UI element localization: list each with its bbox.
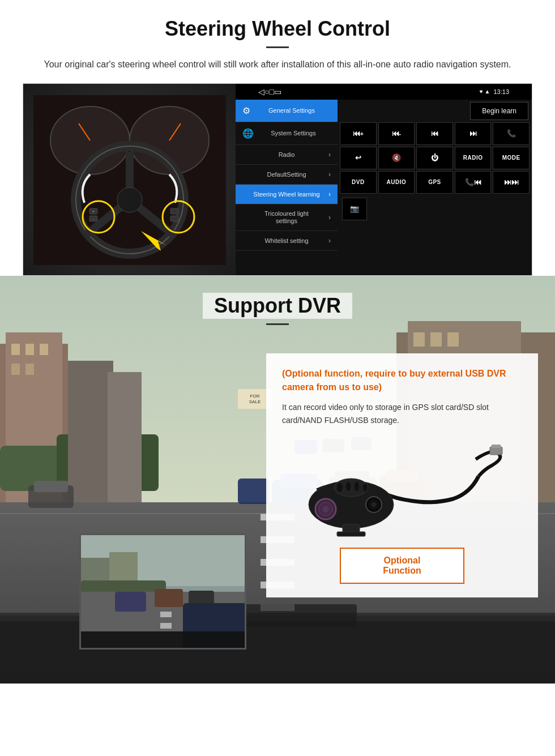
svg-point-75 [346, 482, 351, 491]
dvr-section-title: Support DVR [203, 293, 352, 319]
steering-wheel-section: Steering Wheel Control Your original car… [0, 0, 555, 276]
tab-system-settings[interactable]: 🌐 System Settings [236, 122, 338, 145]
status-signal-icon: ♥ ▲ [480, 88, 490, 95]
control-buttons-grid: ⏮+ ⏮- ⏮ ⏭ 📞 ↩ 🔇 ⏻ RADIO MODE DVD AUDIO G… [338, 122, 532, 194]
ctrl-dvd[interactable]: DVD [340, 171, 377, 194]
android-content: ⚙ General Settings 🌐 System Settings Rad… [236, 100, 532, 275]
dvr-optional-text: (Optional function, require to buy exter… [282, 367, 522, 394]
ctrl-mode[interactable]: MODE [493, 147, 530, 169]
menu-item-steering-wheel[interactable]: Steering Wheel learning › [236, 185, 338, 204]
whitelist-arrow-icon: › [328, 237, 331, 245]
ctrl-back[interactable]: ↩ [340, 147, 377, 169]
ctrl-radio[interactable]: RADIO [455, 147, 492, 169]
menu-item-default-setting[interactable]: DefaultSetting › [236, 165, 338, 185]
ctrl-mute[interactable]: 🔇 [378, 147, 415, 169]
whitelist-label: Whitelist setting [245, 237, 328, 244]
steering-wheel-svg: + - [33, 95, 226, 265]
svg-point-77 [363, 484, 368, 492]
dvr-small-preview [79, 533, 246, 650]
ctrl-extra[interactable]: 📷 [342, 198, 367, 220]
steering-arrow-icon: › [328, 190, 331, 198]
radio-label: Radio [245, 151, 328, 158]
menu-item-tricoloured[interactable]: Tricoloured lightsettings › [236, 204, 338, 231]
ctrl-gps[interactable]: GPS [416, 171, 453, 194]
android-screen: ◁ ○ □ ▭ ♥ ▲ 13:13 ⚙ General Settings [236, 84, 532, 275]
ctrl-phone-prev[interactable]: 📞⏮ [455, 171, 492, 194]
nav-home-icon[interactable]: ○ [264, 87, 269, 96]
svg-rect-85 [160, 612, 172, 617]
general-settings-label: General Settings [253, 107, 331, 114]
ctrl-next-mix[interactable]: ⏭⏭ [493, 171, 530, 194]
dvr-title-area: Support DVR [0, 276, 555, 331]
steering-wheel-right-panel: Begin learn ⏮+ ⏮- ⏮ ⏭ 📞 ↩ 🔇 ⏻ RADIO MODE [338, 100, 532, 275]
nav-menu-icon[interactable]: ▭ [274, 87, 281, 96]
section1-title: Steering Wheel Control [23, 17, 532, 41]
svg-rect-17 [170, 208, 178, 214]
svg-rect-91 [81, 631, 246, 650]
svg-rect-86 [160, 623, 172, 629]
svg-point-76 [355, 482, 359, 491]
tab-general-settings[interactable]: ⚙ General Settings [236, 100, 338, 122]
dvr-preview-inner [81, 535, 245, 648]
svg-rect-61 [490, 447, 502, 455]
steering-wheel-label: Steering Wheel learning [245, 191, 328, 198]
svg-text:+: + [92, 210, 94, 213]
svg-point-71 [314, 498, 337, 520]
optional-function-button[interactable]: Optional Function [340, 548, 464, 584]
svg-rect-87 [115, 592, 146, 612]
settings-gear-icon: ⚙ [242, 105, 250, 116]
dvr-divider [266, 323, 289, 325]
android-left-menu: ⚙ General Settings 🌐 System Settings Rad… [236, 100, 338, 275]
steering-photo: + - [23, 84, 236, 276]
svg-rect-18 [170, 216, 178, 221]
svg-rect-73 [337, 532, 365, 536]
system-icon: 🌐 [242, 128, 254, 139]
dvr-camera-svg [300, 437, 504, 539]
svg-point-74 [337, 483, 343, 492]
nav-recent-icon[interactable]: □ [269, 87, 274, 96]
begin-learn-button[interactable]: Begin learn [470, 102, 528, 120]
svg-point-10 [117, 187, 142, 212]
menu-item-radio[interactable]: Radio › [236, 145, 338, 165]
ctrl-next-track[interactable]: ⏭ [455, 122, 492, 145]
ctrl-vol-down[interactable]: ⏮- [378, 122, 415, 145]
section1-subtitle: Your original car's steering wheel contr… [34, 57, 521, 72]
dvr-camera-image [282, 437, 522, 539]
nav-back-icon[interactable]: ◁ [258, 87, 264, 96]
dvr-section: FOR SALE [0, 276, 555, 684]
tricoloured-label: Tricoloured lightsettings [245, 210, 328, 225]
dvr-info-box: (Optional function, require to buy exter… [266, 353, 538, 598]
begin-learn-row: Begin learn [338, 100, 532, 122]
android-mockup: + - ◁ ○ □ ▭ ♥ ▲ 13:13 [23, 83, 532, 276]
dvr-preview-svg [81, 535, 246, 650]
default-setting-label: DefaultSetting [245, 171, 328, 178]
default-arrow-icon: › [328, 170, 331, 178]
menu-item-whitelist[interactable]: Whitelist setting › [236, 231, 338, 251]
svg-rect-62 [492, 445, 501, 448]
ctrl-prev-track[interactable]: ⏮ [416, 122, 453, 145]
system-settings-label: System Settings [256, 130, 331, 136]
dvr-desc-text: It can record video only to storage in G… [282, 401, 522, 428]
ctrl-vol-up[interactable]: ⏮+ [340, 122, 377, 145]
ctrl-audio[interactable]: AUDIO [378, 171, 415, 194]
radio-arrow-icon: › [328, 151, 331, 159]
tricoloured-arrow-icon: › [328, 213, 331, 221]
ctrl-phone[interactable]: 📞 [493, 122, 530, 145]
android-navbar: ◁ ○ □ ▭ ♥ ▲ 13:13 [236, 84, 532, 100]
svg-point-70 [372, 502, 376, 507]
section1-divider [266, 46, 289, 48]
statusbar-time: 13:13 [493, 88, 509, 95]
svg-rect-88 [155, 589, 183, 607]
ctrl-power[interactable]: ⏻ [416, 147, 453, 169]
